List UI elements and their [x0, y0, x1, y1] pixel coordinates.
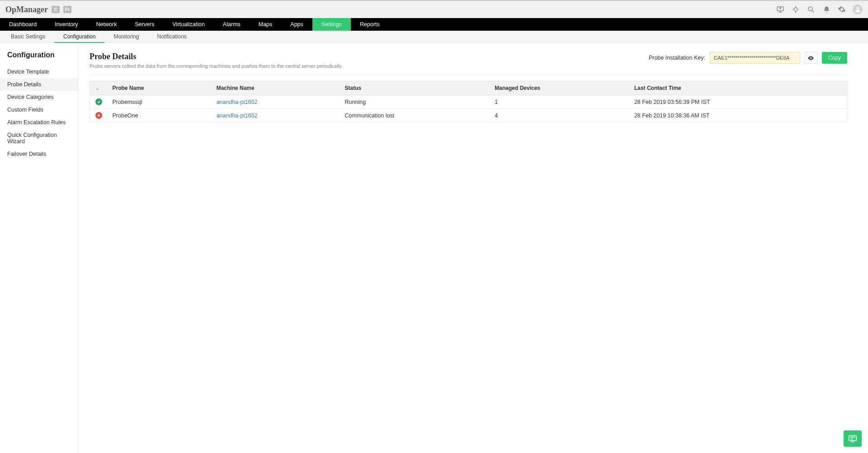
- svg-rect-4: [849, 436, 857, 441]
- svg-point-2: [808, 7, 812, 11]
- status-icon-cell: [90, 109, 108, 122]
- svg-point-3: [856, 7, 859, 9]
- page-description: Probe servers collect the data from the …: [90, 63, 343, 69]
- nav-maps[interactable]: Maps: [250, 18, 282, 31]
- sub-nav: Basic SettingsConfigurationMonitoringNot…: [0, 31, 868, 43]
- table-row: ProbeOneanandha-pt1652Communication lost…: [90, 109, 847, 122]
- subnav-basic-settings[interactable]: Basic Settings: [2, 31, 54, 42]
- nav-dashboard[interactable]: Dashboard: [0, 18, 46, 31]
- last-contact-cell: 28 Feb 2019 03:56:39 PM IST: [630, 95, 847, 109]
- sidebar-item-custom-fields[interactable]: Custom Fields: [0, 103, 78, 116]
- badge-pr: Pr: [63, 6, 71, 13]
- table-row: Probemssqlanandha-pt1652Running128 Feb 2…: [90, 95, 847, 109]
- main-nav: DashboardInventoryNetworkServersVirtuali…: [0, 18, 868, 31]
- sidebar-item-probe-details[interactable]: Probe Details: [0, 78, 78, 91]
- nav-apps[interactable]: Apps: [281, 18, 312, 31]
- nav-alarms[interactable]: Alarms: [214, 18, 250, 31]
- install-key-label: Probe Installation Key:: [649, 55, 705, 61]
- col-managed-devices[interactable]: Managed Devices: [490, 81, 630, 95]
- topbar-icons: [776, 5, 863, 14]
- sidebar-item-device-template[interactable]: Device Template: [0, 65, 78, 78]
- svg-point-1: [794, 8, 797, 11]
- nav-network[interactable]: Network: [87, 18, 126, 31]
- page-header-row: Probe Details Probe servers collect the …: [90, 52, 847, 75]
- status-cell: Running: [340, 95, 491, 109]
- content-area: Probe Details Probe servers collect the …: [79, 43, 868, 453]
- nav-settings[interactable]: Settings: [312, 18, 351, 31]
- bell-icon[interactable]: [822, 5, 831, 14]
- sidebar-item-device-categories[interactable]: Device Categories: [0, 91, 78, 103]
- sidebar-item-failover-details[interactable]: Failover Details: [0, 148, 78, 160]
- status-cell: Communication lost: [340, 109, 491, 122]
- error-icon: [95, 112, 102, 119]
- probe-name-cell: Probemssql: [108, 95, 212, 109]
- presentation-icon[interactable]: [776, 5, 785, 14]
- col-probe-name[interactable]: Probe Name: [108, 81, 212, 95]
- page-title: Probe Details: [90, 52, 343, 61]
- subnav-notifications[interactable]: Notifications: [148, 31, 195, 42]
- install-key-block: Probe Installation Key: CAE1************…: [649, 52, 847, 64]
- machine-link[interactable]: anandha-pt1652: [217, 99, 258, 105]
- topbar: OpManager C Pr: [0, 0, 868, 18]
- col-status[interactable]: Status: [340, 81, 491, 95]
- eye-icon: [807, 55, 814, 61]
- col-last-contact-time[interactable]: Last Contact Time: [630, 81, 847, 95]
- nav-virtualization[interactable]: Virtualization: [164, 18, 214, 31]
- chat-fab[interactable]: [844, 430, 862, 447]
- chat-icon: [848, 434, 858, 444]
- avatar[interactable]: [853, 5, 863, 14]
- sidebar: Configuration Device TemplateProbe Detai…: [0, 43, 79, 453]
- subnav-monitoring[interactable]: Monitoring: [104, 31, 148, 42]
- nav-reports[interactable]: Reports: [351, 18, 389, 31]
- gear-icon[interactable]: [837, 5, 846, 14]
- managed-devices-cell: 1: [490, 95, 630, 109]
- last-contact-cell: 28 Feb 2019 10:38:36 AM IST: [630, 109, 847, 122]
- plugin-icon[interactable]: [791, 5, 800, 14]
- search-icon[interactable]: [807, 5, 816, 14]
- brand-name: OpManager: [5, 5, 48, 14]
- status-icon-cell: [90, 95, 108, 109]
- reveal-key-button[interactable]: [805, 52, 817, 64]
- sidebar-item-quick-configuration-wizard[interactable]: Quick Configuration Wizard: [0, 129, 78, 148]
- probe-name-cell: ProbeOne: [108, 109, 212, 122]
- check-icon: [95, 98, 102, 105]
- sort-arrow-icon: ▲: [95, 86, 99, 91]
- brand-block: OpManager C Pr: [5, 5, 71, 14]
- sidebar-title: Configuration: [0, 43, 78, 65]
- machine-name-cell: anandha-pt1652: [212, 95, 340, 109]
- copy-button[interactable]: Copy: [822, 52, 847, 64]
- machine-name-cell: anandha-pt1652: [212, 109, 340, 122]
- machine-link[interactable]: anandha-pt1652: [217, 112, 258, 119]
- install-key-value: CAE1************************DE8A: [710, 52, 800, 64]
- probe-table: ▲ Probe Name Machine Name Status Managed…: [90, 81, 847, 122]
- col-sort[interactable]: ▲: [90, 81, 108, 95]
- subnav-configuration[interactable]: Configuration: [54, 31, 104, 42]
- page-heading-block: Probe Details Probe servers collect the …: [90, 52, 343, 69]
- badge-c: C: [52, 6, 60, 13]
- col-machine-name[interactable]: Machine Name: [212, 81, 340, 95]
- nav-inventory[interactable]: Inventory: [46, 18, 87, 31]
- sidebar-item-alarm-escalation-rules[interactable]: Alarm Escalation Rules: [0, 116, 78, 129]
- sidebar-list: Device TemplateProbe DetailsDevice Categ…: [0, 65, 78, 160]
- nav-servers[interactable]: Servers: [126, 18, 163, 31]
- managed-devices-cell: 4: [490, 109, 630, 122]
